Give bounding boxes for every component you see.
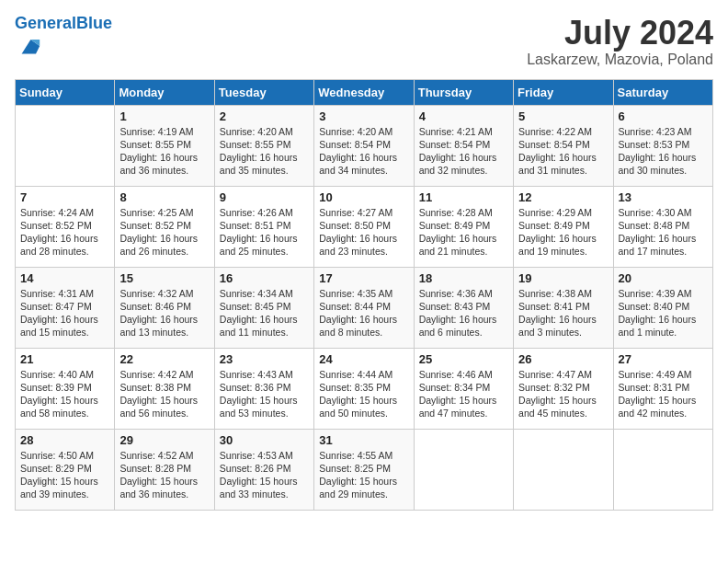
logo: GeneralBlue: [15, 15, 112, 63]
day-cell: 1Sunrise: 4:19 AMSunset: 8:55 PMDaylight…: [115, 105, 214, 186]
page-header: GeneralBlue July 2024 Laskarzew, Mazovia…: [15, 15, 713, 68]
day-info: Sunrise: 4:32 AMSunset: 8:46 PMDaylight:…: [119, 287, 209, 339]
day-number: 31: [319, 433, 408, 447]
day-number: 16: [220, 271, 309, 285]
logo-icon: [17, 33, 42, 59]
day-cell: 14Sunrise: 4:31 AMSunset: 8:47 PMDayligh…: [16, 267, 115, 348]
day-cell: 26Sunrise: 4:47 AMSunset: 8:32 PMDayligh…: [514, 348, 613, 429]
day-number: 26: [518, 352, 608, 366]
day-number: 27: [619, 352, 708, 366]
day-cell: 27Sunrise: 4:49 AMSunset: 8:31 PMDayligh…: [613, 348, 712, 429]
day-info: Sunrise: 4:52 AMSunset: 8:28 PMDaylight:…: [119, 449, 209, 501]
header-day: Tuesday: [214, 79, 313, 105]
day-info: Sunrise: 4:27 AMSunset: 8:50 PMDaylight:…: [319, 206, 408, 259]
day-info: Sunrise: 4:19 AMSunset: 8:55 PMDaylight:…: [119, 125, 209, 178]
day-number: 7: [20, 190, 109, 204]
day-cell: 29Sunrise: 4:52 AMSunset: 8:28 PMDayligh…: [115, 429, 214, 510]
day-cell: [414, 429, 513, 510]
day-info: Sunrise: 4:31 AMSunset: 8:47 PMDaylight:…: [20, 287, 109, 339]
day-cell: 2Sunrise: 4:20 AMSunset: 8:55 PMDaylight…: [214, 105, 313, 186]
header-row: SundayMondayTuesdayWednesdayThursdayFrid…: [16, 79, 713, 105]
day-info: Sunrise: 4:25 AMSunset: 8:52 PMDaylight:…: [119, 206, 209, 259]
day-info: Sunrise: 4:36 AMSunset: 8:43 PMDaylight:…: [419, 287, 508, 339]
day-info: Sunrise: 4:23 AMSunset: 8:53 PMDaylight:…: [619, 125, 708, 178]
day-cell: 8Sunrise: 4:25 AMSunset: 8:52 PMDaylight…: [115, 186, 214, 267]
header-day: Thursday: [414, 79, 513, 105]
day-number: 4: [419, 109, 508, 123]
day-cell: 19Sunrise: 4:38 AMSunset: 8:41 PMDayligh…: [514, 267, 613, 348]
day-cell: 11Sunrise: 4:28 AMSunset: 8:49 PMDayligh…: [414, 186, 513, 267]
day-cell: 24Sunrise: 4:44 AMSunset: 8:35 PMDayligh…: [314, 348, 414, 429]
calendar-body: 1Sunrise: 4:19 AMSunset: 8:55 PMDaylight…: [16, 105, 713, 510]
day-number: 12: [518, 190, 608, 204]
logo-general: General: [15, 14, 76, 32]
day-info: Sunrise: 4:43 AMSunset: 8:36 PMDaylight:…: [220, 368, 309, 420]
day-cell: [613, 429, 712, 510]
day-number: 5: [518, 109, 608, 123]
header-day: Friday: [514, 79, 613, 105]
day-cell: 10Sunrise: 4:27 AMSunset: 8:50 PMDayligh…: [314, 186, 414, 267]
day-info: Sunrise: 4:20 AMSunset: 8:55 PMDaylight:…: [220, 125, 309, 178]
day-number: 28: [20, 433, 109, 447]
day-info: Sunrise: 4:49 AMSunset: 8:31 PMDaylight:…: [619, 368, 708, 420]
day-cell: 31Sunrise: 4:55 AMSunset: 8:25 PMDayligh…: [314, 429, 414, 510]
day-info: Sunrise: 4:26 AMSunset: 8:51 PMDaylight:…: [220, 206, 309, 259]
day-info: Sunrise: 4:39 AMSunset: 8:40 PMDaylight:…: [619, 287, 708, 339]
day-number: 21: [20, 352, 109, 366]
day-number: 24: [319, 352, 408, 366]
day-number: 3: [319, 109, 408, 123]
day-number: 20: [619, 271, 708, 285]
day-cell: 12Sunrise: 4:29 AMSunset: 8:49 PMDayligh…: [514, 186, 613, 267]
day-cell: 4Sunrise: 4:21 AMSunset: 8:54 PMDaylight…: [414, 105, 513, 186]
day-info: Sunrise: 4:55 AMSunset: 8:25 PMDaylight:…: [319, 449, 408, 501]
day-info: Sunrise: 4:21 AMSunset: 8:54 PMDaylight:…: [419, 125, 508, 178]
day-cell: [16, 105, 115, 186]
day-number: 8: [119, 190, 209, 204]
day-info: Sunrise: 4:50 AMSunset: 8:29 PMDaylight:…: [20, 449, 109, 501]
logo-text: GeneralBlue: [15, 15, 112, 33]
day-number: 22: [119, 352, 209, 366]
day-info: Sunrise: 4:46 AMSunset: 8:34 PMDaylight:…: [419, 368, 508, 420]
header-day: Saturday: [613, 79, 712, 105]
day-cell: 7Sunrise: 4:24 AMSunset: 8:52 PMDaylight…: [16, 186, 115, 267]
day-number: 19: [518, 271, 608, 285]
day-cell: 18Sunrise: 4:36 AMSunset: 8:43 PMDayligh…: [414, 267, 513, 348]
day-number: 15: [119, 271, 209, 285]
day-info: Sunrise: 4:42 AMSunset: 8:38 PMDaylight:…: [119, 368, 209, 420]
day-cell: 25Sunrise: 4:46 AMSunset: 8:34 PMDayligh…: [414, 348, 513, 429]
week-row: 1Sunrise: 4:19 AMSunset: 8:55 PMDaylight…: [16, 105, 713, 186]
day-cell: 22Sunrise: 4:42 AMSunset: 8:38 PMDayligh…: [115, 348, 214, 429]
day-cell: 13Sunrise: 4:30 AMSunset: 8:48 PMDayligh…: [613, 186, 712, 267]
calendar-table: SundayMondayTuesdayWednesdayThursdayFrid…: [15, 79, 713, 511]
day-number: 23: [220, 352, 309, 366]
day-info: Sunrise: 4:53 AMSunset: 8:26 PMDaylight:…: [220, 449, 309, 501]
day-cell: 16Sunrise: 4:34 AMSunset: 8:45 PMDayligh…: [214, 267, 313, 348]
day-cell: 5Sunrise: 4:22 AMSunset: 8:54 PMDaylight…: [514, 105, 613, 186]
day-cell: 15Sunrise: 4:32 AMSunset: 8:46 PMDayligh…: [115, 267, 214, 348]
day-cell: 30Sunrise: 4:53 AMSunset: 8:26 PMDayligh…: [214, 429, 313, 510]
day-info: Sunrise: 4:34 AMSunset: 8:45 PMDaylight:…: [220, 287, 309, 339]
title-block: July 2024 Laskarzew, Mazovia, Poland: [527, 15, 713, 68]
header-day: Sunday: [16, 79, 115, 105]
day-number: 2: [220, 109, 309, 123]
day-info: Sunrise: 4:28 AMSunset: 8:49 PMDaylight:…: [419, 206, 508, 259]
day-cell: [514, 429, 613, 510]
day-cell: 17Sunrise: 4:35 AMSunset: 8:44 PMDayligh…: [314, 267, 414, 348]
day-number: 13: [619, 190, 708, 204]
day-cell: 28Sunrise: 4:50 AMSunset: 8:29 PMDayligh…: [16, 429, 115, 510]
day-cell: 6Sunrise: 4:23 AMSunset: 8:53 PMDaylight…: [613, 105, 712, 186]
logo-blue: Blue: [76, 14, 112, 32]
day-number: 1: [119, 109, 209, 123]
location: Laskarzew, Mazovia, Poland: [527, 52, 713, 68]
day-info: Sunrise: 4:44 AMSunset: 8:35 PMDaylight:…: [319, 368, 408, 420]
day-info: Sunrise: 4:40 AMSunset: 8:39 PMDaylight:…: [20, 368, 109, 420]
day-number: 9: [220, 190, 309, 204]
day-number: 30: [220, 433, 309, 447]
day-cell: 23Sunrise: 4:43 AMSunset: 8:36 PMDayligh…: [214, 348, 313, 429]
day-info: Sunrise: 4:24 AMSunset: 8:52 PMDaylight:…: [20, 206, 109, 259]
day-number: 10: [319, 190, 408, 204]
header-day: Wednesday: [314, 79, 414, 105]
day-cell: 20Sunrise: 4:39 AMSunset: 8:40 PMDayligh…: [613, 267, 712, 348]
day-info: Sunrise: 4:35 AMSunset: 8:44 PMDaylight:…: [319, 287, 408, 339]
day-info: Sunrise: 4:20 AMSunset: 8:54 PMDaylight:…: [319, 125, 408, 178]
